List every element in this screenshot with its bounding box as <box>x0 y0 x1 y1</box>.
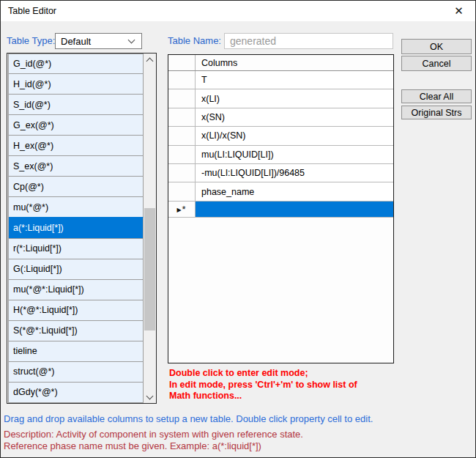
column-cell[interactable]: T <box>196 71 393 89</box>
column-cell[interactable]: x(SN) <box>196 108 393 126</box>
list-item[interactable]: struct(@*) <box>9 361 144 383</box>
new-row-indicator: ▶* <box>168 202 196 217</box>
list-item[interactable]: tieline <box>9 341 144 362</box>
list-item[interactable]: S_id(@*) <box>9 94 144 115</box>
column-cell[interactable]: mu(LI:LIQUID[LI]) <box>196 146 393 163</box>
list-item[interactable]: G_id(@*) <box>9 53 144 74</box>
row-header-cell[interactable] <box>168 89 196 107</box>
list-item[interactable]: G(:Liquid[*]) <box>9 259 144 280</box>
table-type-label: Table Type: <box>7 33 55 49</box>
cancel-button[interactable]: Cancel <box>401 56 472 71</box>
row-header-cell[interactable] <box>168 182 196 200</box>
grid-header-row: Columns <box>168 55 393 71</box>
column-cell[interactable]: -mu(LI:LIQUID[LI])/96485 <box>196 164 393 182</box>
row-header-cell[interactable] <box>168 71 196 89</box>
column-cell[interactable]: x(LI)/x(SN) <box>196 127 393 144</box>
list-item[interactable]: H_ex(@*) <box>9 135 144 156</box>
chevron-down-icon <box>128 36 135 43</box>
new-row: ▶* <box>168 202 393 218</box>
list-item[interactable]: H(*@*:Liquid[*]) <box>9 300 144 321</box>
available-columns-list: G_id(@*)H_id(@*)S_id(@*)G_ex(@*)H_ex(@*)… <box>7 53 157 404</box>
table-name-label: Table Name: <box>168 33 221 49</box>
column-cell[interactable]: x(LI) <box>196 89 393 107</box>
scroll-down-icon[interactable] <box>144 391 156 403</box>
list-item[interactable]: dGdy(*@*) <box>9 382 144 403</box>
table-type-dropdown[interactable]: Default <box>55 33 142 49</box>
list-item[interactable]: H_id(@*) <box>9 73 144 95</box>
list-item[interactable]: S(*@*:Liquid[*]) <box>9 320 144 341</box>
clear-all-button[interactable]: Clear All <box>401 89 472 103</box>
table-name-input[interactable]: generated <box>224 33 393 49</box>
list-item[interactable]: mu(*@*:Liquid[*]) <box>9 279 144 300</box>
description-text: Description: Activity of component in sy… <box>4 429 303 440</box>
table-editor-dialog: Table Editor ✕ Table Type: Default Table… <box>0 0 476 458</box>
table-row: mu(LI:LIQUID[LI]) <box>168 146 393 164</box>
row-header-cell[interactable] <box>168 108 196 126</box>
list-item[interactable]: S_ex(@*) <box>9 155 144 177</box>
reference-text: Reference phase name must be given. Exam… <box>4 440 261 452</box>
window-title: Table Editor <box>8 6 56 16</box>
columns-grid: Columns Tx(LI)x(SN)x(LI)/x(SN)mu(LI:LIQU… <box>168 54 394 363</box>
scrollbar-thumb[interactable] <box>144 208 155 330</box>
ok-button[interactable]: OK <box>401 39 472 54</box>
edit-mode-hint: Double click to enter edit mode; In edit… <box>169 368 396 402</box>
table-row: T <box>168 71 393 89</box>
available-columns-items: G_id(@*)H_id(@*)S_id(@*)G_ex(@*)H_ex(@*)… <box>8 53 144 403</box>
column-cell[interactable]: phase_name <box>196 182 393 200</box>
row-header-cell[interactable] <box>168 146 196 163</box>
table-row: phase_name <box>168 182 393 201</box>
row-header-cell[interactable] <box>168 164 196 182</box>
drag-drop-hint: Drag and drop available columns to setup… <box>4 413 373 424</box>
grid-corner-cell <box>168 55 196 70</box>
table-type-value: Default <box>61 36 129 47</box>
table-row: x(LI) <box>168 89 393 108</box>
table-row: x(SN) <box>168 108 393 127</box>
selected-empty-cell[interactable] <box>196 202 393 217</box>
close-icon[interactable]: ✕ <box>442 1 475 21</box>
row-header-cell[interactable] <box>168 127 196 144</box>
list-item[interactable]: G_ex(@*) <box>9 114 144 136</box>
original-strs-button[interactable]: Original Strs <box>401 106 472 119</box>
table-row: x(LI)/x(SN) <box>168 127 393 145</box>
new-row-star-icon: * <box>182 204 187 215</box>
title-bar: Table Editor <box>1 1 475 21</box>
grid-rows: Tx(LI)x(SN)x(LI)/x(SN)mu(LI:LIQUID[LI])-… <box>168 71 393 218</box>
list-item[interactable]: a(*:Liquid[*]) <box>9 217 144 238</box>
list-item[interactable]: r(*:Liquid[*]) <box>9 238 144 259</box>
new-row-arrow-icon: ▶ <box>176 207 182 213</box>
list-item[interactable]: mu(*@*) <box>9 196 144 218</box>
scroll-up-icon[interactable] <box>144 53 156 66</box>
table-row: -mu(LI:LIQUID[LI])/96485 <box>168 164 393 182</box>
columns-header: Columns <box>196 55 393 70</box>
list-scrollbar[interactable] <box>144 53 156 403</box>
list-item[interactable]: Cp(@*) <box>9 176 144 197</box>
